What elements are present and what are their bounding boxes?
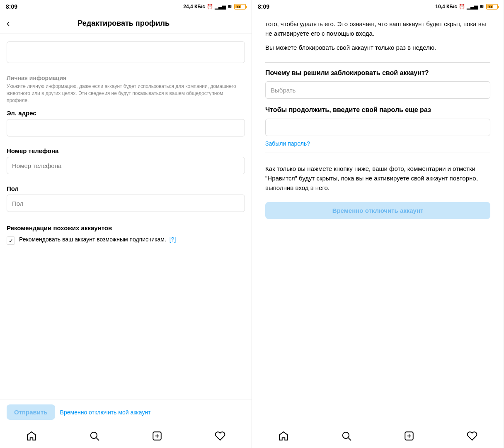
svg-line-6 xyxy=(348,438,351,441)
phone-label: Номер телефона xyxy=(7,147,245,154)
wifi-icon: ≋ xyxy=(228,4,232,10)
battery-left: 45 xyxy=(234,4,246,10)
svg-point-0 xyxy=(90,432,97,438)
nav-add-left[interactable] xyxy=(150,429,165,443)
password-input[interactable] xyxy=(265,119,490,136)
bottom-nav-left xyxy=(0,425,252,448)
disable-account-link[interactable]: Временно отключить мой аккаунт xyxy=(60,409,151,416)
reason-select[interactable]: Выбрать xyxy=(265,81,490,99)
checkmark-icon: ✓ xyxy=(9,238,13,244)
recommend-label: Рекомендовать ваш аккаунт возможным подп… xyxy=(19,236,176,244)
help-link[interactable]: [?] xyxy=(170,236,176,243)
nav-search-left[interactable] xyxy=(87,429,102,443)
clock-icon-right: ⏰ xyxy=(459,4,465,10)
status-right-right: 10,4 КБ/с ⏰ ▁▃▅ ≋ 45 xyxy=(435,4,498,10)
bottom-info-text: Как только вы нажмете кнопку ниже, ваши … xyxy=(259,159,497,198)
scroll-content-left: Личная информация Укажите личную информа… xyxy=(0,34,252,399)
bottom-nav-right xyxy=(252,425,504,448)
email-label: Эл. адрес xyxy=(7,110,245,117)
recommend-checkbox[interactable]: ✓ xyxy=(7,236,15,245)
divider-2 xyxy=(265,153,490,153)
password-section: Чтобы продолжить, введите свой пароль ещ… xyxy=(259,105,497,147)
password-section-title: Чтобы продолжить, введите свой пароль ещ… xyxy=(265,105,490,114)
personal-info-desc: Укажите личную информацию, даже если акк… xyxy=(7,83,245,104)
checkbox-row: ✓ Рекомендовать ваш аккаунт возможным по… xyxy=(7,236,245,245)
back-button[interactable]: ‹ xyxy=(7,19,10,28)
header-left: ‹ Редактировать профиль xyxy=(0,13,252,34)
status-bar-right: 8:09 10,4 КБ/с ⏰ ▁▃▅ ≋ 45 xyxy=(252,0,504,13)
submit-button[interactable]: Отправить xyxy=(7,404,55,420)
why-section: Почему вы решили заблокировать свой акка… xyxy=(259,68,497,99)
time-left: 8:09 xyxy=(6,3,17,10)
body-text-1: того, чтобы удалять его. Это означает, ч… xyxy=(259,13,497,43)
network-speed-left: 24,4 КБ/с xyxy=(183,4,205,10)
page-title: Редактировать профиль xyxy=(15,19,233,28)
nav-search-right[interactable] xyxy=(339,429,354,443)
recommendations-title: Рекомендации похожих аккаунтов xyxy=(7,224,245,231)
status-bar-left: 8:09 24,4 КБ/с ⏰ ▁▃▅ ≋ 45 xyxy=(0,0,252,13)
svg-point-5 xyxy=(342,432,349,438)
battery-right: 45 xyxy=(486,4,498,10)
gender-label: Пол xyxy=(7,185,245,192)
nav-heart-left[interactable] xyxy=(213,429,228,443)
recommendations-section: Рекомендации похожих аккаунтов ✓ Рекомен… xyxy=(7,224,245,245)
personal-info-title: Личная информация xyxy=(7,75,245,81)
nav-home-right[interactable] xyxy=(276,429,291,443)
clock-icon: ⏰ xyxy=(207,4,213,10)
svg-line-1 xyxy=(96,438,99,441)
bottom-actions-left: Отправить Временно отключить мой аккаунт xyxy=(0,399,252,425)
body-text-2: Вы можете блокировать свой аккаунт тольк… xyxy=(259,43,497,56)
network-speed-right: 10,4 КБ/с xyxy=(435,4,457,10)
nav-add-right[interactable] xyxy=(402,429,417,443)
phone-input[interactable] xyxy=(7,157,245,174)
left-panel: 8:09 24,4 КБ/с ⏰ ▁▃▅ ≋ 45 ‹ Редактироват… xyxy=(0,0,252,448)
bio-input[interactable] xyxy=(7,41,245,63)
time-right: 8:09 xyxy=(258,3,269,10)
scroll-content-right: того, чтобы удалять его. Это означает, ч… xyxy=(252,13,504,425)
wifi-icon-right: ≋ xyxy=(480,4,484,10)
nav-home-left[interactable] xyxy=(24,429,39,443)
divider-1 xyxy=(265,62,490,63)
why-title: Почему вы решили заблокировать свой акка… xyxy=(265,68,490,78)
gender-input[interactable] xyxy=(7,195,245,212)
email-input[interactable] xyxy=(7,119,245,136)
signal-icon: ▁▃▅ xyxy=(215,4,226,10)
right-panel: 8:09 10,4 КБ/с ⏰ ▁▃▅ ≋ 45 того, чтобы уд… xyxy=(252,0,504,448)
disable-account-button[interactable]: Временно отключить аккаунт xyxy=(265,202,490,219)
signal-icon-right: ▁▃▅ xyxy=(467,4,478,10)
nav-heart-right[interactable] xyxy=(465,429,480,443)
forgot-password-link[interactable]: Забыли пароль? xyxy=(265,140,490,147)
status-right-left: 24,4 КБ/с ⏰ ▁▃▅ ≋ 45 xyxy=(183,4,246,10)
